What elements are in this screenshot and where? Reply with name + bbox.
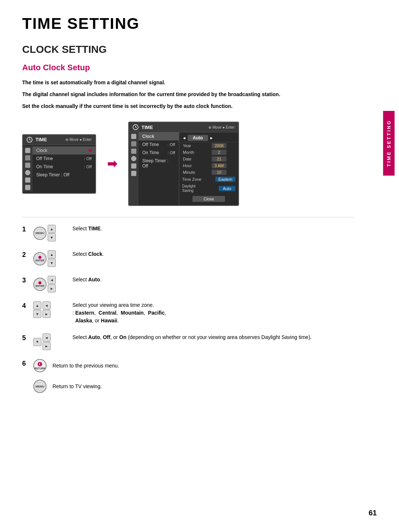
right-icon-6 [131, 171, 136, 176]
right-item-clock: Clock [139, 132, 179, 140]
step-2-icons: ENTER ▲ ▼ [33, 250, 66, 267]
auto-value: Auto [188, 135, 208, 141]
step-3: 3 ENTER ◄ ► Select Auto. [22, 276, 355, 292]
right-menu-content: Clock Off Time : Off On Time : Off Sleep… [129, 132, 238, 205]
down-btn-1: ▼ [48, 233, 56, 241]
left-arrow: ◄ [182, 136, 186, 140]
right-arrow: ► [209, 136, 214, 140]
left-item-sleep: Sleep Timer : Off [33, 171, 95, 179]
right-icon-1 [131, 134, 136, 139]
side-area: TIME SETTING [379, 0, 399, 532]
hour-row: Hour 3 AM [179, 162, 238, 169]
left-btn-4: ◄ [42, 301, 51, 309]
left-icon-3 [25, 163, 30, 168]
diagrams-row: TIME ⊕ Move ● Enter [22, 122, 355, 206]
diagram-arrow: ➡ [107, 157, 117, 171]
step-6a-text: Return to the previous menu. [52, 362, 119, 370]
right-menu-nav: ⊕ Move ● Enter [208, 125, 235, 129]
step-5-icons: ▼ ◄ ► [33, 333, 66, 350]
step-number-1: 1 [22, 226, 27, 233]
step-2: 2 ENTER ▲ ▼ Select Clock. [22, 250, 355, 267]
step-6: 6 RETURN Return to the previous menu. [22, 359, 355, 393]
daylight-label: DaylightSaving [182, 184, 217, 193]
clock-icon-left [27, 137, 33, 143]
timezone-label: Time Zone [182, 177, 214, 182]
side-tab: TIME SETTING [383, 111, 395, 176]
step-4-ud-nav: ▲ ▼ [33, 301, 41, 318]
return-icon [37, 362, 42, 367]
daylight-row: DaylightSaving Auto [179, 183, 238, 194]
right-panel: ◄ Auto ► Year 2008 Month 2 [179, 132, 238, 205]
description-1: The time is set automatically from a dig… [22, 78, 355, 87]
description-2: The digital channel signal includes info… [22, 90, 355, 99]
step-number-5: 5 [22, 334, 27, 342]
page-title: TIME SETTING [22, 15, 355, 33]
step-4: 4 ▲ ▼ ◄ ► Select your viewing area time … [22, 301, 355, 325]
left-menu-header: TIME ⊕ Move ● Enter [23, 135, 95, 145]
left-menu-body: Clock Off Time : Off On Time : Off [23, 145, 95, 193]
left-icon-4 [25, 170, 30, 175]
year-row: Year 2008 [179, 142, 238, 149]
step-5-d-nav: ▼ [33, 338, 41, 346]
left-btn-3: ◄ [48, 276, 56, 284]
left-item-offtime: Off Time : Off [33, 155, 95, 163]
step-3-nav: ◄ ► [48, 276, 56, 292]
left-menu-nav: ⊕ Move ● Enter [65, 138, 92, 142]
right-menu-title: TIME [141, 125, 205, 130]
step-6-sub: RETURN Return to the previous menu. MENU… [33, 359, 119, 393]
right-icon-3 [131, 149, 136, 154]
step-2-text: Select Clock. [72, 250, 355, 258]
section-divider [22, 217, 355, 217]
clock-icon-right [133, 124, 139, 130]
up-btn-1: ▲ [48, 225, 56, 233]
step-1-text: Select TIME. [72, 225, 355, 233]
return-button: RETURN [33, 359, 47, 372]
down-btn-5: ▼ [33, 338, 41, 346]
left-icon-5 [25, 177, 30, 183]
step-2-nav: ▲ ▼ [48, 250, 56, 267]
month-row: Month 2 [179, 149, 238, 156]
step-5: 5 ▼ ◄ ► Select Auto, Off, or On (dependi… [22, 333, 355, 350]
left-menu-title: TIME [35, 137, 62, 142]
page-number: 61 [369, 509, 377, 517]
down-btn-4: ▼ [33, 310, 41, 318]
right-item-sleep: Sleep Timer : Off [139, 157, 179, 170]
step-4-text: Select your viewing area time zone. : Ea… [72, 301, 355, 325]
section-title: CLOCK SETTING [22, 44, 355, 55]
clock-auto-row: ◄ Auto ► [179, 134, 238, 142]
step-number-3: 3 [22, 277, 27, 284]
step-number-2: 2 [22, 251, 27, 259]
left-btn-5: ◄ [42, 333, 51, 342]
step-6a: RETURN Return to the previous menu. [33, 359, 119, 372]
up-btn-2: ▲ [48, 250, 56, 258]
svg-line-2 [30, 140, 31, 140]
step-4-lr-nav: ◄ ► [42, 301, 51, 318]
description-3: Set the clock manually if the current ti… [22, 102, 355, 111]
step-5-text: Select Auto, Off, or On (depending on wh… [72, 333, 355, 341]
right-btn-4: ► [42, 310, 51, 318]
menu-button-1: MENU [33, 227, 47, 240]
menu-button-6: MENU [33, 380, 47, 393]
close-button[interactable]: Close [192, 196, 225, 202]
right-btn-3: ► [48, 284, 56, 292]
svg-point-6 [38, 362, 42, 366]
step-3-icons: ENTER ◄ ► [33, 276, 66, 292]
steps-section: 1 MENU ▲ ▼ Select TIME. 2 [22, 225, 355, 393]
left-item-clock: Clock [33, 146, 95, 155]
minute-row: Minute 10 [179, 169, 238, 176]
enter-button-3: ENTER [33, 278, 47, 291]
left-icon-1 [25, 148, 30, 153]
right-btn-5: ► [42, 342, 51, 350]
step-1: 1 MENU ▲ ▼ Select TIME. [22, 225, 355, 241]
subsection-title: Auto Clock Setup [22, 63, 355, 72]
close-btn-row: Close [179, 194, 238, 204]
date-row: Date 21 [179, 156, 238, 162]
timezone-row: Time Zone Eastern [179, 176, 238, 183]
enter-button-2: ENTER [33, 252, 47, 265]
step-3-text: Select Auto. [72, 276, 355, 284]
left-icon-2 [25, 155, 30, 160]
daylight-value: Auto [219, 186, 235, 191]
right-icon-4 [131, 156, 136, 161]
left-item-ontime: On Time : Off [33, 163, 95, 171]
enter-inner [38, 256, 41, 259]
